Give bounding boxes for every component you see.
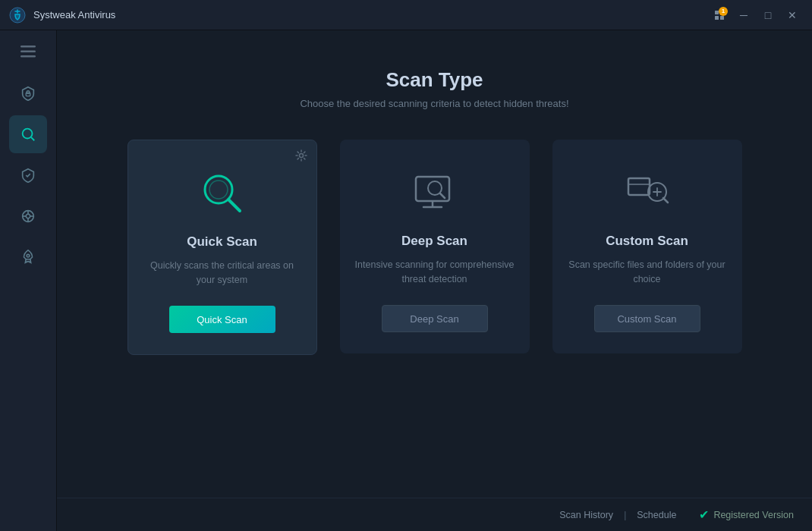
svg-point-20	[299, 154, 303, 158]
content-area: Scan Type Choose the desired scanning cr…	[57, 30, 812, 531]
deep-scan-title: Deep Scan	[401, 234, 467, 249]
svg-point-14	[26, 214, 30, 218]
deep-scan-desc: Intensive scanning for comprehensive thr…	[355, 258, 515, 288]
svg-line-12	[31, 137, 34, 140]
svg-point-19	[27, 254, 30, 257]
custom-scan-desc: Scan specific files and folders of your …	[568, 258, 727, 288]
notification-badge: 1	[719, 7, 728, 16]
footer: Scan History | Schedule ✔ Registered Ver…	[57, 498, 812, 531]
svg-point-11	[23, 129, 33, 139]
svg-rect-6	[20, 46, 36, 48]
sidebar-menu-icon[interactable]	[11, 38, 45, 65]
shield-check-icon	[20, 167, 36, 184]
deep-scan-icon	[408, 165, 461, 218]
registered-label: Registered Version	[713, 510, 794, 520]
sidebar	[0, 30, 57, 531]
scan-history-link[interactable]: Scan History	[559, 510, 613, 520]
footer-links: Scan History | Schedule	[559, 510, 676, 520]
deep-scan-card: Deep Scan Intensive scanning for compreh…	[340, 140, 530, 353]
registered-check-icon: ✔	[699, 507, 709, 522]
footer-divider: |	[624, 510, 626, 520]
custom-scan-icon	[621, 165, 674, 218]
quick-scan-icon	[196, 166, 249, 219]
svg-line-32	[663, 198, 668, 203]
close-button[interactable]: ✕	[782, 5, 803, 26]
svg-rect-29	[628, 178, 650, 195]
svg-line-28	[440, 193, 445, 198]
card-settings-icon[interactable]	[295, 149, 307, 165]
sidebar-item-shield[interactable]	[9, 156, 47, 194]
sidebar-item-firewall[interactable]	[9, 197, 47, 235]
rocket-icon	[20, 249, 36, 266]
registered-version: ✔ Registered Version	[699, 507, 794, 522]
quick-scan-desc: Quickly scans the critical areas on your…	[143, 259, 301, 289]
search-icon	[20, 126, 36, 143]
notification-button[interactable]: 1	[709, 5, 730, 26]
quick-scan-card: Quick Scan Quickly scans the critical ar…	[127, 140, 317, 355]
page-subtitle: Choose the desired scanning criteria to …	[57, 98, 812, 109]
svg-rect-5	[720, 16, 724, 20]
svg-rect-1	[15, 14, 20, 19]
shield-lock-icon	[20, 85, 36, 102]
svg-line-22	[228, 200, 240, 211]
svg-rect-4	[715, 16, 719, 20]
scan-cards-container: Quick Scan Quickly scans the critical ar…	[57, 140, 812, 498]
quick-scan-title: Quick Scan	[187, 234, 257, 250]
maximize-button[interactable]: □	[757, 5, 779, 26]
firewall-icon	[20, 208, 36, 225]
sidebar-item-protection[interactable]	[9, 74, 47, 112]
quick-scan-button[interactable]: Quick Scan	[169, 306, 275, 333]
sidebar-item-scan[interactable]	[9, 115, 47, 153]
schedule-link[interactable]: Schedule	[637, 510, 676, 520]
sidebar-item-boost[interactable]	[9, 238, 47, 276]
titlebar: Systweak Antivirus 1 ─ □ ✕	[0, 0, 812, 30]
svg-rect-7	[20, 51, 36, 53]
app-logo-icon	[9, 7, 26, 24]
main-layout: Scan Type Choose the desired scanning cr…	[0, 30, 812, 531]
custom-scan-button[interactable]: Custom Scan	[594, 305, 700, 332]
custom-scan-title: Custom Scan	[606, 234, 688, 249]
window-controls: 1 ─ □ ✕	[709, 5, 803, 26]
deep-scan-button[interactable]: Deep Scan	[382, 305, 488, 332]
titlebar-left: Systweak Antivirus	[9, 7, 115, 24]
page-title: Scan Type	[57, 68, 812, 92]
app-title: Systweak Antivirus	[33, 9, 115, 20]
minimize-button[interactable]: ─	[733, 5, 754, 26]
svg-rect-8	[20, 55, 36, 58]
svg-point-23	[209, 181, 228, 199]
custom-scan-card: Custom Scan Scan specific files and fold…	[552, 140, 742, 353]
page-header: Scan Type Choose the desired scanning cr…	[57, 30, 812, 140]
